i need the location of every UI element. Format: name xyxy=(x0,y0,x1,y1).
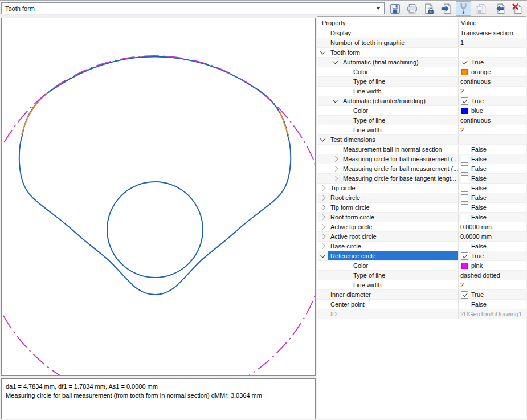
checkbox-unchecked[interactable] xyxy=(461,185,468,192)
chevron-right-icon[interactable] xyxy=(320,214,326,220)
property-row[interactable]: Center pointFalse xyxy=(317,300,526,309)
chevron-right-icon[interactable] xyxy=(320,234,326,239)
chevron-down-icon[interactable] xyxy=(333,97,338,103)
property-row[interactable]: DisplayTransverse section xyxy=(317,28,526,38)
property-row[interactable]: Root circleFalse xyxy=(317,193,526,203)
property-row[interactable]: Type of linedashed dotted xyxy=(317,271,526,280)
toolbar: Tooth form xyxy=(0,0,527,15)
checkbox-checked[interactable] xyxy=(461,252,468,260)
property-row[interactable]: Root form circleFalse xyxy=(317,213,526,222)
tooth-form-canvas[interactable] xyxy=(1,18,316,376)
property-label: Measuring circle for base tangent lengt.… xyxy=(343,175,456,182)
property-row[interactable]: Type of linecontinuous xyxy=(317,77,526,87)
view-selector-dropdown[interactable]: Tooth form xyxy=(1,2,385,14)
chevron-right-icon[interactable] xyxy=(333,156,338,162)
value-text: 0.0000 mm xyxy=(460,223,492,230)
checkbox-unchecked[interactable] xyxy=(461,194,468,202)
checkbox-unchecked[interactable] xyxy=(461,214,468,221)
property-cell: Line width xyxy=(317,280,458,289)
value-cell: False xyxy=(458,145,526,154)
property-label: Root form circle xyxy=(330,214,374,221)
print-button[interactable] xyxy=(405,1,420,16)
chevron-down-icon[interactable] xyxy=(320,49,326,55)
property-row[interactable]: ID2DGeoToothDrawing1 xyxy=(317,309,526,319)
property-row[interactable]: Measuring circle for base tangent lengt.… xyxy=(317,174,526,184)
tooth-form-drawing xyxy=(2,18,315,375)
value-cell: False xyxy=(458,193,526,202)
report-lock-button[interactable] xyxy=(422,1,437,16)
property-label: Line width xyxy=(353,127,382,133)
chevron-right-icon[interactable] xyxy=(320,224,326,230)
property-row[interactable]: Colorpink xyxy=(317,261,526,271)
property-row[interactable]: Base circleFalse xyxy=(317,242,526,251)
chevron-down-icon[interactable] xyxy=(320,136,326,142)
property-row[interactable]: Colororange xyxy=(317,67,526,77)
checkbox-unchecked[interactable] xyxy=(461,156,468,163)
property-label: Type of line xyxy=(353,117,385,124)
value-cell: 2 xyxy=(458,87,526,96)
value-cell: 0.0000 mm xyxy=(458,232,526,241)
checkbox-unchecked[interactable] xyxy=(461,204,468,211)
property-cell: Reference circle xyxy=(317,251,458,260)
save-as-button[interactable] xyxy=(473,1,488,16)
checkbox-unchecked[interactable] xyxy=(461,175,468,182)
checkbox-unchecked[interactable] xyxy=(461,165,468,173)
checkbox-checked[interactable] xyxy=(461,97,468,105)
property-row[interactable]: Reference circleTrue xyxy=(317,251,526,261)
delete-icon xyxy=(511,3,523,15)
checkbox-unchecked[interactable] xyxy=(461,146,468,153)
color-swatch[interactable] xyxy=(461,263,468,269)
checkbox-checked[interactable] xyxy=(461,59,468,66)
property-cell: Active tip circle xyxy=(317,222,458,231)
property-row[interactable]: Measuring circle for ball measurement (.… xyxy=(317,154,526,164)
property-row[interactable]: Tip circleFalse xyxy=(317,184,526,193)
chevron-right-icon[interactable] xyxy=(320,185,326,191)
chevron-right-icon[interactable] xyxy=(320,205,326,210)
checkbox-checked[interactable] xyxy=(461,291,468,299)
property-row[interactable]: Automatic (final machining)True xyxy=(317,58,526,67)
property-row[interactable]: Test dimensions xyxy=(317,135,526,145)
property-row[interactable]: Measurement ball in normal sectionFalse xyxy=(317,145,526,154)
property-cell: Test dimensions xyxy=(317,135,458,144)
property-row[interactable]: Active tip circle0.0000 mm xyxy=(317,222,526,232)
property-row[interactable]: Automatic (chamfer/rounding)True xyxy=(317,96,526,106)
import-button[interactable] xyxy=(492,1,508,16)
chevron-right-icon[interactable] xyxy=(320,195,326,201)
property-cell: Root circle xyxy=(317,193,458,202)
chevron-down-icon[interactable] xyxy=(333,59,338,64)
property-row[interactable]: Type of linecontinuous xyxy=(317,116,526,125)
property-label: Active tip circle xyxy=(330,223,372,230)
settings-button[interactable] xyxy=(456,1,471,16)
property-row[interactable]: Inner diameterTrue xyxy=(317,290,526,300)
property-cell: Active root circle xyxy=(317,232,458,241)
checkbox-unchecked[interactable] xyxy=(461,301,468,308)
value-text: False xyxy=(471,165,487,172)
property-row[interactable]: Tip form circleFalse xyxy=(317,203,526,213)
property-row[interactable]: Number of teeth in graphic1 xyxy=(317,38,526,48)
chevron-right-icon[interactable] xyxy=(333,176,338,181)
property-label: Color xyxy=(353,107,368,114)
property-row[interactable]: Line width2 xyxy=(317,87,526,96)
delete-button[interactable] xyxy=(509,1,525,16)
property-row[interactable]: Line width2 xyxy=(317,280,526,290)
value-cell: False xyxy=(458,154,526,164)
property-row[interactable]: Active root circle0.0000 mm xyxy=(317,232,526,242)
property-row[interactable]: Measuring circle for ball measurement (.… xyxy=(317,164,526,174)
property-label: Center point xyxy=(330,301,365,308)
chevron-down-icon[interactable] xyxy=(320,252,326,258)
property-row[interactable]: Tooth form xyxy=(317,48,526,58)
checkbox-unchecked[interactable] xyxy=(461,243,468,250)
property-cell: Tip circle xyxy=(317,184,458,193)
color-swatch[interactable] xyxy=(461,69,468,75)
chevron-right-icon[interactable] xyxy=(333,166,338,172)
value-text: dashed dotted xyxy=(460,272,500,279)
value-text: orange xyxy=(471,68,491,75)
save-button[interactable] xyxy=(387,1,403,16)
property-row[interactable]: Line width2 xyxy=(317,125,526,135)
chevron-right-icon[interactable] xyxy=(320,243,326,249)
color-swatch[interactable] xyxy=(461,108,468,114)
property-row[interactable]: Colorblue xyxy=(317,106,526,116)
property-cell: Type of line xyxy=(317,116,458,125)
value-cell: False xyxy=(458,242,526,251)
export-button[interactable] xyxy=(439,1,454,16)
